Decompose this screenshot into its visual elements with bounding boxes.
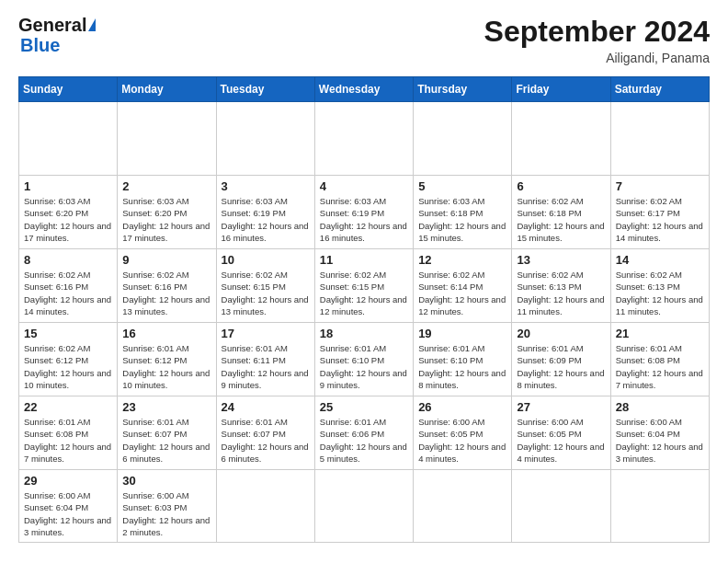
day-number: 18: [320, 327, 408, 340]
table-row: 14Sunrise: 6:02 AM Sunset: 6:13 PM Dayli…: [610, 249, 709, 323]
day-number: 30: [122, 474, 210, 488]
title-area: September 2024 Ailigandi, Panama: [484, 15, 710, 65]
table-row: 28Sunrise: 6:00 AM Sunset: 6:04 PM Dayli…: [610, 396, 709, 470]
day-number: 10: [222, 253, 310, 267]
day-info: Sunrise: 6:01 AM Sunset: 6:10 PM Dayligh…: [418, 342, 506, 391]
table-row: [610, 102, 709, 176]
day-info: Sunrise: 6:02 AM Sunset: 6:13 PM Dayligh…: [616, 269, 704, 317]
table-row: 22Sunrise: 6:01 AM Sunset: 6:08 PM Dayli…: [19, 396, 118, 470]
day-number: 29: [24, 474, 112, 488]
table-row: 17Sunrise: 6:01 AM Sunset: 6:11 PM Dayli…: [216, 323, 314, 396]
table-row: 4Sunrise: 6:03 AM Sunset: 6:19 PM Daylig…: [314, 176, 413, 249]
day-info: Sunrise: 6:01 AM Sunset: 6:09 PM Dayligh…: [517, 342, 605, 391]
day-info: Sunrise: 6:02 AM Sunset: 6:14 PM Dayligh…: [418, 269, 506, 317]
page-header: General Blue September 2024 Ailigandi, P…: [18, 15, 710, 65]
day-number: 8: [24, 253, 112, 267]
day-info: Sunrise: 6:01 AM Sunset: 6:08 PM Dayligh…: [616, 342, 704, 391]
table-row: 20Sunrise: 6:01 AM Sunset: 6:09 PM Dayli…: [512, 323, 610, 396]
table-row: [414, 102, 512, 176]
day-info: Sunrise: 6:00 AM Sunset: 6:03 PM Dayligh…: [122, 489, 210, 538]
table-row: [512, 470, 610, 543]
day-info: Sunrise: 6:01 AM Sunset: 6:07 PM Dayligh…: [122, 416, 210, 465]
calendar-week-1: [19, 102, 710, 176]
table-row: [610, 470, 709, 543]
calendar-week-6: 29Sunrise: 6:00 AM Sunset: 6:04 PM Dayli…: [19, 470, 710, 543]
day-number: 5: [418, 179, 506, 193]
location: Ailigandi, Panama: [484, 51, 710, 65]
table-row: 21Sunrise: 6:01 AM Sunset: 6:08 PM Dayli…: [610, 323, 709, 396]
col-friday: Friday: [512, 77, 610, 102]
logo-blue: Blue: [20, 35, 96, 55]
day-info: Sunrise: 6:01 AM Sunset: 6:11 PM Dayligh…: [222, 342, 310, 391]
col-saturday: Saturday: [610, 77, 709, 102]
table-row: 11Sunrise: 6:02 AM Sunset: 6:15 PM Dayli…: [314, 249, 413, 323]
table-row: 24Sunrise: 6:01 AM Sunset: 6:07 PM Dayli…: [216, 396, 314, 470]
day-number: 11: [320, 253, 408, 267]
day-number: 2: [122, 179, 210, 193]
table-row: 18Sunrise: 6:01 AM Sunset: 6:10 PM Dayli…: [314, 323, 413, 396]
header-row: Sunday Monday Tuesday Wednesday Thursday…: [19, 77, 710, 102]
table-row: 27Sunrise: 6:00 AM Sunset: 6:05 PM Dayli…: [512, 396, 610, 470]
day-info: Sunrise: 6:02 AM Sunset: 6:15 PM Dayligh…: [320, 269, 408, 317]
day-number: 22: [24, 400, 112, 414]
col-wednesday: Wednesday: [314, 77, 413, 102]
day-info: Sunrise: 6:02 AM Sunset: 6:13 PM Dayligh…: [517, 269, 605, 317]
table-row: 16Sunrise: 6:01 AM Sunset: 6:12 PM Dayli…: [118, 323, 216, 396]
table-row: 25Sunrise: 6:01 AM Sunset: 6:06 PM Dayli…: [314, 396, 413, 470]
calendar-week-5: 22Sunrise: 6:01 AM Sunset: 6:08 PM Dayli…: [19, 396, 710, 470]
day-number: 20: [517, 327, 605, 340]
table-row: 29Sunrise: 6:00 AM Sunset: 6:04 PM Dayli…: [19, 470, 118, 543]
day-number: 7: [616, 179, 704, 193]
table-row: [19, 102, 118, 176]
day-info: Sunrise: 6:00 AM Sunset: 6:05 PM Dayligh…: [517, 416, 605, 465]
table-row: 23Sunrise: 6:01 AM Sunset: 6:07 PM Dayli…: [118, 396, 216, 470]
logo-triangle-icon: [88, 18, 96, 31]
calendar-body: 1Sunrise: 6:03 AM Sunset: 6:20 PM Daylig…: [19, 102, 710, 543]
day-number: 14: [616, 253, 704, 267]
table-row: [216, 470, 314, 543]
day-number: 17: [222, 327, 310, 340]
table-row: 6Sunrise: 6:02 AM Sunset: 6:18 PM Daylig…: [512, 176, 610, 249]
table-row: 30Sunrise: 6:00 AM Sunset: 6:03 PM Dayli…: [118, 470, 216, 543]
day-number: 26: [418, 400, 506, 414]
table-row: 7Sunrise: 6:02 AM Sunset: 6:17 PM Daylig…: [610, 176, 709, 249]
day-number: 1: [24, 179, 112, 193]
day-info: Sunrise: 6:03 AM Sunset: 6:20 PM Dayligh…: [122, 195, 210, 244]
table-row: [314, 102, 413, 176]
table-row: 5Sunrise: 6:03 AM Sunset: 6:18 PM Daylig…: [414, 176, 512, 249]
day-info: Sunrise: 6:02 AM Sunset: 6:18 PM Dayligh…: [517, 195, 605, 244]
day-info: Sunrise: 6:02 AM Sunset: 6:16 PM Dayligh…: [24, 269, 112, 317]
day-info: Sunrise: 6:02 AM Sunset: 6:15 PM Dayligh…: [222, 269, 310, 317]
logo-general: General: [18, 15, 86, 35]
calendar-table: Sunday Monday Tuesday Wednesday Thursday…: [18, 76, 710, 543]
col-tuesday: Tuesday: [216, 77, 314, 102]
table-row: 3Sunrise: 6:03 AM Sunset: 6:19 PM Daylig…: [216, 176, 314, 249]
col-thursday: Thursday: [414, 77, 512, 102]
calendar-header: Sunday Monday Tuesday Wednesday Thursday…: [19, 77, 710, 102]
day-number: 13: [517, 253, 605, 267]
table-row: 10Sunrise: 6:02 AM Sunset: 6:15 PM Dayli…: [216, 249, 314, 323]
table-row: [118, 102, 216, 176]
day-info: Sunrise: 6:03 AM Sunset: 6:18 PM Dayligh…: [418, 195, 506, 244]
day-info: Sunrise: 6:03 AM Sunset: 6:20 PM Dayligh…: [24, 195, 112, 244]
day-number: 23: [122, 400, 210, 414]
day-info: Sunrise: 6:01 AM Sunset: 6:12 PM Dayligh…: [122, 342, 210, 391]
col-monday: Monday: [118, 77, 216, 102]
day-info: Sunrise: 6:01 AM Sunset: 6:08 PM Dayligh…: [24, 416, 112, 465]
day-info: Sunrise: 6:00 AM Sunset: 6:04 PM Dayligh…: [24, 489, 112, 538]
month-title: September 2024: [484, 15, 710, 49]
table-row: 19Sunrise: 6:01 AM Sunset: 6:10 PM Dayli…: [414, 323, 512, 396]
table-row: 2Sunrise: 6:03 AM Sunset: 6:20 PM Daylig…: [118, 176, 216, 249]
table-row: [512, 102, 610, 176]
logo: General Blue: [18, 15, 96, 55]
table-row: [314, 470, 413, 543]
day-number: 9: [122, 253, 210, 267]
calendar-week-3: 8Sunrise: 6:02 AM Sunset: 6:16 PM Daylig…: [19, 249, 710, 323]
day-number: 27: [517, 400, 605, 414]
table-row: 26Sunrise: 6:00 AM Sunset: 6:05 PM Dayli…: [414, 396, 512, 470]
col-sunday: Sunday: [19, 77, 118, 102]
table-row: [216, 102, 314, 176]
table-row: [414, 470, 512, 543]
day-info: Sunrise: 6:01 AM Sunset: 6:06 PM Dayligh…: [320, 416, 408, 465]
day-number: 21: [616, 327, 704, 340]
